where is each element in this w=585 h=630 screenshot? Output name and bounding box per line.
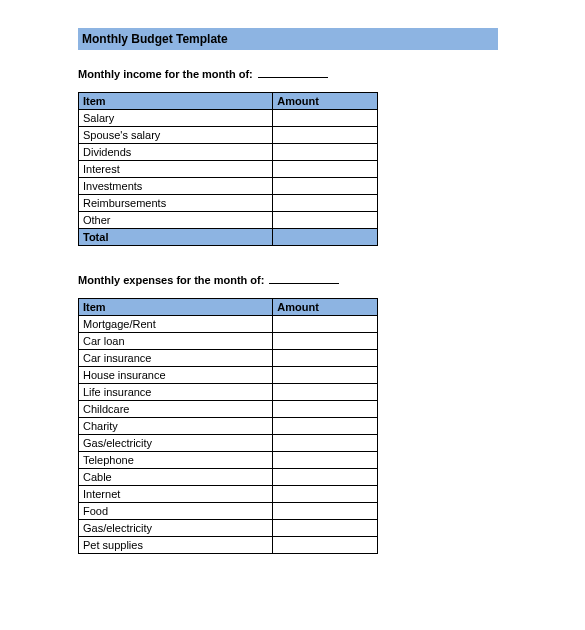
table-row: Internet [79, 486, 378, 503]
table-row: Life insurance [79, 384, 378, 401]
cell-amount [273, 435, 378, 452]
cell-amount [273, 212, 378, 229]
table-row: House insurance [79, 367, 378, 384]
income-total-amount [273, 229, 378, 246]
expenses-tbody: Mortgage/Rent Car loan Car insurance Hou… [79, 316, 378, 554]
cell-item: Gas/electricity [79, 520, 273, 537]
cell-amount [273, 110, 378, 127]
cell-item: Reimbursements [79, 195, 273, 212]
cell-amount [273, 144, 378, 161]
income-header-item: Item [79, 93, 273, 110]
table-row: Food [79, 503, 378, 520]
cell-amount [273, 486, 378, 503]
cell-item: Life insurance [79, 384, 273, 401]
cell-amount [273, 401, 378, 418]
cell-amount [273, 316, 378, 333]
table-row: Mortgage/Rent [79, 316, 378, 333]
cell-item: Food [79, 503, 273, 520]
cell-item: Car loan [79, 333, 273, 350]
document-title-bar: Monthly Budget Template [78, 28, 498, 50]
table-row: Charity [79, 418, 378, 435]
cell-amount [273, 367, 378, 384]
cell-item: Pet supplies [79, 537, 273, 554]
cell-amount [273, 469, 378, 486]
cell-amount [273, 350, 378, 367]
expenses-heading-text: Monthly expenses for the month of: [78, 274, 264, 286]
table-row: Pet supplies [79, 537, 378, 554]
cell-amount [273, 127, 378, 144]
cell-item: Dividends [79, 144, 273, 161]
document-title: Monthly Budget Template [82, 32, 228, 46]
expenses-heading: Monthly expenses for the month of: [78, 274, 585, 286]
cell-item: Other [79, 212, 273, 229]
cell-amount [273, 503, 378, 520]
table-row: Reimbursements [79, 195, 378, 212]
cell-amount [273, 520, 378, 537]
income-heading-text: Monthly income for the month of: [78, 68, 253, 80]
income-total-label: Total [79, 229, 273, 246]
income-total-row: Total [79, 229, 378, 246]
table-row: Other [79, 212, 378, 229]
cell-amount [273, 418, 378, 435]
table-row: Telephone [79, 452, 378, 469]
cell-amount [273, 333, 378, 350]
expenses-month-blank [269, 274, 339, 284]
expenses-table: Item Amount Mortgage/Rent Car loan Car i… [78, 298, 378, 554]
cell-item: Cable [79, 469, 273, 486]
cell-amount [273, 384, 378, 401]
table-row: Gas/electricity [79, 435, 378, 452]
table-row: Salary [79, 110, 378, 127]
expenses-header-row: Item Amount [79, 299, 378, 316]
income-heading: Monthly income for the month of: [78, 68, 585, 80]
table-row: Interest [79, 161, 378, 178]
table-row: Investments [79, 178, 378, 195]
cell-item: Mortgage/Rent [79, 316, 273, 333]
table-row: Car insurance [79, 350, 378, 367]
income-header-row: Item Amount [79, 93, 378, 110]
table-row: Dividends [79, 144, 378, 161]
table-row: Childcare [79, 401, 378, 418]
cell-amount [273, 452, 378, 469]
cell-amount [273, 161, 378, 178]
income-tbody: Salary Spouse's salary Dividends Interes… [79, 110, 378, 246]
cell-amount [273, 537, 378, 554]
cell-item: Car insurance [79, 350, 273, 367]
cell-item: Telephone [79, 452, 273, 469]
cell-item: Gas/electricity [79, 435, 273, 452]
expenses-header-amount: Amount [273, 299, 378, 316]
income-table: Item Amount Salary Spouse's salary Divid… [78, 92, 378, 246]
table-row: Gas/electricity [79, 520, 378, 537]
cell-item: House insurance [79, 367, 273, 384]
income-month-blank [258, 68, 328, 78]
cell-item: Salary [79, 110, 273, 127]
cell-item: Interest [79, 161, 273, 178]
expenses-header-item: Item [79, 299, 273, 316]
table-row: Spouse's salary [79, 127, 378, 144]
table-row: Cable [79, 469, 378, 486]
cell-item: Spouse's salary [79, 127, 273, 144]
cell-item: Internet [79, 486, 273, 503]
cell-amount [273, 178, 378, 195]
cell-item: Childcare [79, 401, 273, 418]
cell-item: Charity [79, 418, 273, 435]
income-header-amount: Amount [273, 93, 378, 110]
table-row: Car loan [79, 333, 378, 350]
cell-item: Investments [79, 178, 273, 195]
cell-amount [273, 195, 378, 212]
